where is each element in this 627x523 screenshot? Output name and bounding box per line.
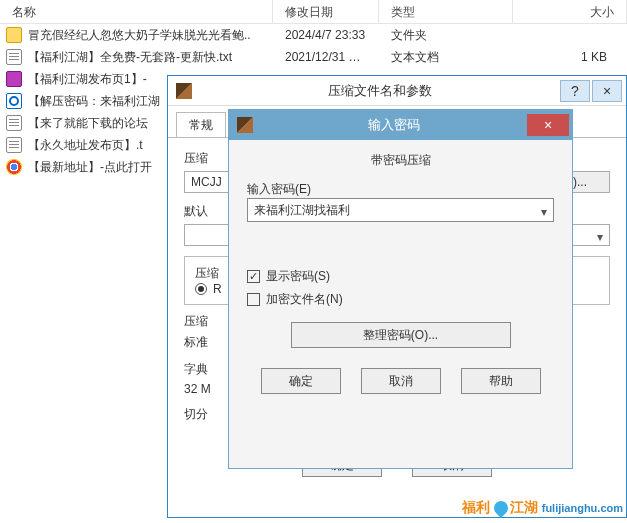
col-size[interactable]: 大小 <box>513 0 627 23</box>
encrypt-names-checkbox[interactable]: 加密文件名(N) <box>247 291 554 308</box>
file-icon <box>6 93 22 109</box>
list-header: 名称 修改日期 类型 大小 <box>0 0 627 24</box>
file-size: 1 KB <box>513 46 627 68</box>
file-name: 冒充假经纪人忽悠大奶子学妹脱光光看鲍.. <box>28 24 251 46</box>
file-date: 2021/12/31 14:02 <box>273 46 379 68</box>
checkbox-icon <box>247 293 260 306</box>
archive-dialog-titlebar[interactable]: 压缩文件名和参数 ? × <box>168 76 626 106</box>
col-type[interactable]: 类型 <box>379 0 513 23</box>
tab-general[interactable]: 常规 <box>176 112 226 137</box>
file-name: 【来了就能下载的论坛 <box>28 112 148 134</box>
format-radio-label: R <box>213 282 222 296</box>
password-label: 输入密码(E) <box>247 182 311 196</box>
encrypt-names-label: 加密文件名(N) <box>266 291 343 308</box>
file-icon <box>6 159 22 175</box>
file-type: 文件夹 <box>379 24 513 46</box>
password-help-button[interactable]: 帮助 <box>461 368 541 394</box>
watermark: 福利 江湖 fulijianghu.com <box>462 499 623 517</box>
password-dialog-subtitle: 带密码压缩 <box>229 140 572 177</box>
password-value: 来福利江湖找福利 <box>254 203 350 217</box>
show-password-checkbox[interactable]: 显示密码(S) <box>247 268 554 285</box>
close-icon[interactable]: × <box>527 114 569 136</box>
password-dialog-titlebar[interactable]: 输入密码 × <box>229 110 572 140</box>
format-label: 压缩 <box>195 266 219 280</box>
file-row[interactable]: 冒充假经纪人忽悠大奶子学妹脱光光看鲍..2024/4/7 23:33文件夹 <box>0 24 627 46</box>
winrar-icon <box>237 117 253 133</box>
file-icon <box>6 115 22 131</box>
show-password-label: 显示密码(S) <box>266 268 330 285</box>
password-dialog: 输入密码 × 带密码压缩 输入密码(E) 来福利江湖找福利 显示密码(S) 加密… <box>228 109 573 469</box>
password-ok-button[interactable]: 确定 <box>261 368 341 394</box>
file-name: 【福利江湖】全免费-无套路-更新快.txt <box>28 46 232 68</box>
file-date: 2024/4/7 23:33 <box>273 24 379 46</box>
help-icon[interactable]: ? <box>560 80 590 102</box>
file-row[interactable]: 【福利江湖】全免费-无套路-更新快.txt2021/12/31 14:02文本文… <box>0 46 627 68</box>
file-icon <box>6 49 22 65</box>
pin-icon <box>491 498 511 518</box>
file-type: 文本文档 <box>379 46 513 68</box>
organize-passwords-button[interactable]: 整理密码(O)... <box>291 322 511 348</box>
password-cancel-button[interactable]: 取消 <box>361 368 441 394</box>
format-radio[interactable] <box>195 283 207 295</box>
file-size <box>513 24 627 46</box>
password-dialog-buttons: 确定 取消 帮助 <box>229 352 572 406</box>
close-icon[interactable]: × <box>592 80 622 102</box>
file-icon <box>6 71 22 87</box>
archive-dialog-title: 压缩文件名和参数 <box>200 82 560 100</box>
winrar-icon <box>176 83 192 99</box>
password-input[interactable]: 来福利江湖找福利 <box>247 198 554 222</box>
file-icon <box>6 27 22 43</box>
checkbox-icon <box>247 270 260 283</box>
file-icon <box>6 137 22 153</box>
col-date[interactable]: 修改日期 <box>273 0 379 23</box>
col-name[interactable]: 名称 <box>0 0 273 23</box>
file-name: 【福利江湖发布页1】- <box>28 68 147 90</box>
file-name: 【解压密码：来福利江湖 <box>28 90 160 112</box>
password-dialog-title: 输入密码 <box>261 116 527 134</box>
file-name: 【最新地址】-点此打开 <box>28 156 152 178</box>
file-name: 【永久地址发布页】.t <box>28 134 143 156</box>
